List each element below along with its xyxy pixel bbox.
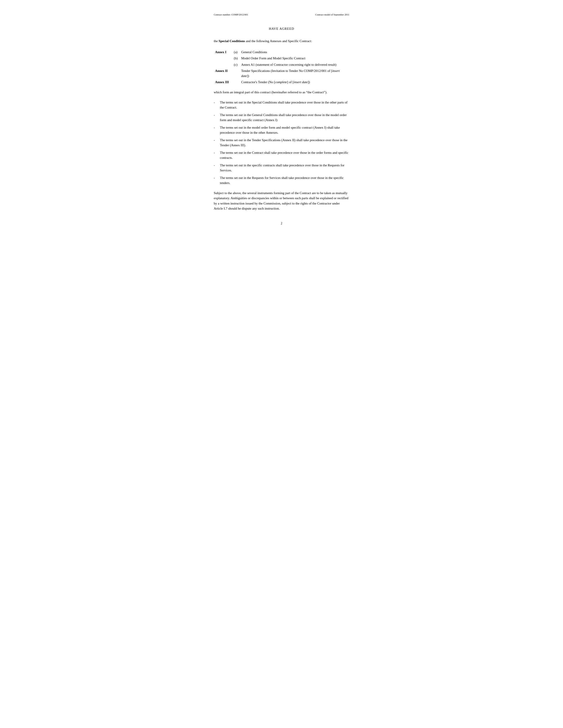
bullet-dash: -	[214, 125, 218, 135]
intro-text-before: the	[214, 39, 218, 43]
list-item: - The terms set out in the Requests for …	[214, 175, 349, 185]
list-item: - The terms set out in the Tender Specif…	[214, 138, 349, 148]
bullet-text: The terms set out in the General Conditi…	[220, 113, 349, 122]
contract-model: Contract model of September 2011	[315, 13, 349, 16]
page-number: 2	[194, 222, 369, 225]
list-item: - The terms set out in the General Condi…	[214, 113, 349, 122]
annex-i-b-text: Model Order Form and Model Specific Cont…	[240, 55, 349, 62]
annex-i-label: Annex I	[214, 49, 232, 55]
annex-i-empty2	[214, 62, 232, 68]
page: Contract number: COMP/2012/001 Contract …	[194, 0, 369, 234]
bullet-dash: -	[214, 175, 218, 185]
list-item: - The terms set out in the Special Condi…	[214, 100, 349, 110]
bullet-text: The terms set out in the specific contra…	[220, 163, 349, 173]
annex-ii-empty	[232, 68, 240, 79]
annex-i-row-b: (b) Model Order Form and Model Specific …	[214, 55, 349, 62]
bullet-text: The terms set out in the Tender Specific…	[220, 138, 349, 148]
annex-table: Annex I (a) General Conditions (b) Model…	[214, 49, 349, 85]
annex-iii-label: Annex III	[214, 79, 232, 85]
which-form-paragraph: which form an integral part of this cont…	[214, 90, 349, 95]
annex-i-a-text: General Conditions	[240, 49, 349, 55]
bullet-dash: -	[214, 113, 218, 122]
bullet-text: The terms set out in the Special Conditi…	[220, 100, 349, 110]
page-title: HAVE AGREED	[214, 27, 349, 31]
intro-text-after: and the following Annexes and Specific C…	[245, 39, 312, 43]
list-item: - The terms set out in the model order f…	[214, 125, 349, 135]
bullet-dash: -	[214, 150, 218, 160]
annex-iii-empty	[232, 79, 240, 85]
list-item: - The terms set out in the Contract shal…	[214, 150, 349, 160]
annex-i-c-text: Annex A1 (statement of Contractor concer…	[240, 62, 349, 68]
bullet-text: The terms set out in the Requests for Se…	[220, 175, 349, 185]
annex-i-row-c: (c) Annex A1 (statement of Contractor co…	[214, 62, 349, 68]
list-item: - The terms set out in the specific cont…	[214, 163, 349, 173]
annex-i-row-a: Annex I (a) General Conditions	[214, 49, 349, 55]
bullet-dash: -	[214, 163, 218, 173]
annex-iii-row: Annex III Contractor's Tender (No [compl…	[214, 79, 349, 85]
bullet-text: The terms set out in the Contract shall …	[220, 150, 349, 160]
closing-paragraph: Subject to the above, the several instru…	[214, 191, 349, 211]
annex-i-b-letter: (b)	[232, 55, 240, 62]
annex-ii-label: Annex II	[214, 68, 232, 79]
bullet-dash: -	[214, 138, 218, 148]
annex-i-empty	[214, 55, 232, 62]
annex-ii-row: Annex II Tender Specifications (Invitati…	[214, 68, 349, 79]
bullet-dash: -	[214, 100, 218, 110]
annex-i-a-letter: (a)	[232, 49, 240, 55]
annex-ii-text: Tender Specifications (Invitation to Ten…	[240, 68, 349, 79]
intro-paragraph: the Special Conditions and the following…	[214, 39, 349, 44]
contract-number: Contract number: COMP/2012/001	[214, 13, 248, 16]
bullet-list: - The terms set out in the Special Condi…	[214, 100, 349, 185]
annex-i-c-letter: (c)	[232, 62, 240, 68]
bullet-text: The terms set out in the model order for…	[220, 125, 349, 135]
intro-bold: Special Conditions	[218, 39, 245, 43]
page-header: Contract number: COMP/2012/001 Contract …	[214, 13, 349, 16]
annex-iii-text: Contractor's Tender (No [complete] of [i…	[240, 79, 349, 85]
